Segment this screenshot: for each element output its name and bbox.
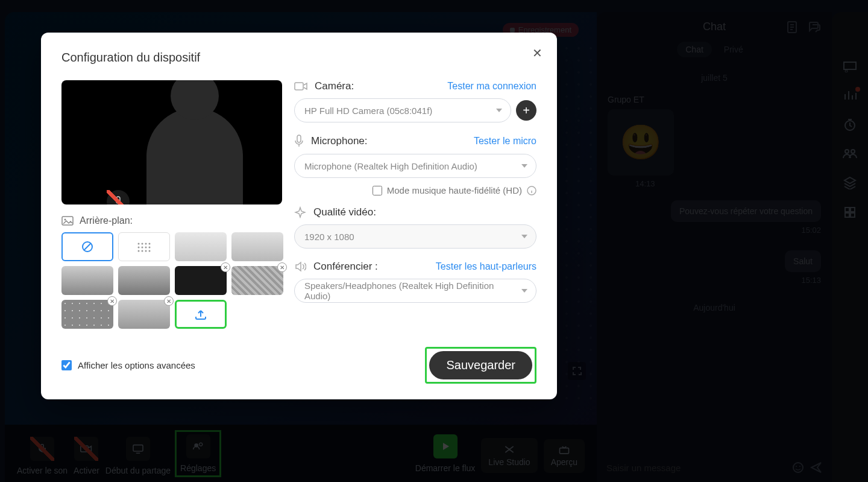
upload-icon [193, 308, 208, 320]
bg-beach1[interactable] [61, 266, 113, 295]
blur-icon [135, 241, 153, 253]
svg-point-23 [142, 243, 143, 245]
modal-title: Configuration du dispositif [61, 51, 536, 65]
save-highlight: Sauvegarder [425, 347, 536, 384]
bg-diagonal[interactable]: ✕ [231, 266, 283, 295]
bg-dark[interactable]: ✕ [175, 266, 227, 295]
sparkle-icon [294, 206, 306, 218]
close-button[interactable]: ✕ [532, 46, 542, 60]
svg-point-20 [64, 219, 66, 221]
background-grid: ✕ ✕ ✕ ✕ [61, 232, 282, 329]
svg-point-25 [149, 243, 151, 245]
device-config-modal: Configuration du dispositif ✕ Arrière-pl… [41, 33, 557, 399]
svg-point-33 [149, 250, 151, 252]
advanced-options-checkbox[interactable]: Afficher les options avancées [61, 360, 195, 370]
svg-point-24 [145, 243, 147, 245]
info-icon[interactable] [527, 186, 536, 195]
hifi-row: Mode musique haute-fidélité (HD) [294, 185, 536, 195]
mic-muted-badge [107, 190, 130, 205]
svg-point-32 [145, 250, 147, 252]
svg-point-22 [138, 243, 140, 245]
svg-point-29 [149, 247, 151, 249]
quality-label: Qualité vidéo: [313, 206, 536, 218]
mic-icon [294, 135, 304, 148]
image-icon [61, 216, 74, 226]
camera-select[interactable]: HP Full HD Camera (05c8:041f) [294, 98, 511, 122]
bg-room2[interactable] [231, 232, 283, 261]
advanced-checkbox-input[interactable] [61, 360, 72, 370]
mic-select[interactable]: Microphone (Realtek High Definition Audi… [294, 154, 536, 178]
speaker-label: Conférencier : [313, 261, 429, 273]
add-camera-button[interactable]: + [516, 100, 536, 121]
background-label: Arrière-plan: [80, 215, 133, 226]
quality-select[interactable]: 1920 x 1080 [294, 224, 536, 249]
bg-upload[interactable] [175, 300, 227, 329]
advanced-label: Afficher les options avancées [78, 360, 195, 370]
bg-none[interactable] [61, 232, 113, 261]
svg-point-28 [145, 247, 147, 249]
mic-label: Microphone: [311, 135, 467, 147]
save-button[interactable]: Sauvegarder [429, 351, 532, 379]
test-speakers-link[interactable]: Tester les haut-parleurs [436, 261, 536, 272]
delete-bg-icon[interactable]: ✕ [277, 262, 287, 272]
svg-point-30 [138, 250, 140, 252]
bg-blur[interactable] [118, 232, 170, 261]
camera-label: Caméra: [315, 80, 440, 92]
delete-bg-icon[interactable]: ✕ [221, 262, 230, 272]
hifi-checkbox[interactable] [373, 186, 382, 195]
bg-dots[interactable]: ✕ [61, 300, 113, 329]
bg-shelf[interactable]: ✕ [118, 300, 170, 329]
svg-point-31 [142, 250, 143, 252]
test-mic-link[interactable]: Tester le micro [474, 136, 536, 147]
camera-icon [294, 81, 307, 91]
svg-rect-34 [295, 83, 303, 90]
none-icon [81, 240, 94, 253]
speaker-icon [294, 261, 306, 272]
camera-preview [61, 80, 282, 205]
svg-point-26 [138, 247, 140, 249]
test-connection-link[interactable]: Tester ma connexion [447, 81, 536, 92]
hifi-label: Mode musique haute-fidélité (HD) [387, 185, 522, 195]
avatar-silhouette [146, 108, 243, 205]
bg-beach2[interactable] [118, 266, 170, 295]
bg-room1[interactable] [175, 232, 227, 261]
svg-point-27 [142, 247, 143, 249]
delete-bg-icon[interactable]: ✕ [164, 296, 174, 306]
delete-bg-icon[interactable]: ✕ [107, 296, 117, 306]
speaker-select[interactable]: Speakers/Headphones (Realtek High Defini… [294, 279, 536, 303]
